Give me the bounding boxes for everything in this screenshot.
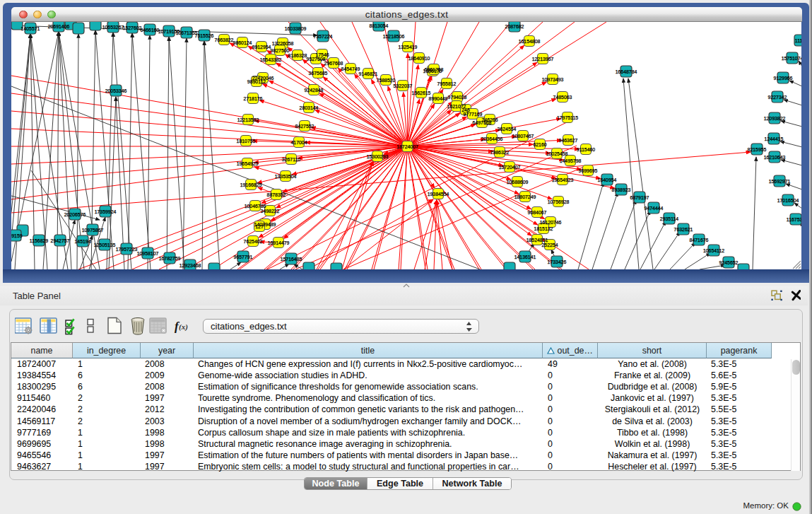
svg-text:15716485: 15716485 [281,257,302,262]
svg-text:8427552: 8427552 [295,124,314,129]
svg-text:16782759: 16782759 [159,256,181,261]
svg-text:19654923: 19654923 [552,177,574,182]
svg-text:7663822: 7663822 [215,37,234,42]
svg-text:(x): (x) [179,322,188,332]
svg-text:19166825: 19166825 [240,182,262,187]
svg-text:1562615: 1562615 [412,90,431,95]
svg-text:6961758: 6961758 [425,67,444,72]
svg-text:3267110: 3267110 [282,157,300,162]
svg-text:145194: 145194 [75,239,91,244]
svg-text:8938923: 8938923 [612,187,631,192]
svg-text:2087682: 2087682 [505,24,524,29]
svg-text:12213582: 12213582 [237,117,259,122]
svg-text:19384554: 19384554 [428,192,449,197]
svg-text:20053346: 20053346 [105,88,127,93]
svg-text:13353504: 13353504 [275,174,297,179]
svg-text:15218506: 15218506 [383,34,405,39]
svg-text:9827500: 9827500 [271,48,290,53]
svg-text:8990448: 8990448 [429,96,448,101]
svg-text:1810755: 1810755 [237,139,256,144]
svg-text:9860124: 9860124 [233,40,252,45]
svg-text:20364456: 20364456 [481,136,503,141]
svg-text:18524851: 18524851 [526,238,548,243]
svg-text:9227342: 9227342 [768,95,787,100]
svg-text:10688609: 10688609 [507,180,529,185]
svg-text:10807467: 10807467 [512,134,534,139]
svg-text:12923468: 12923468 [180,263,201,268]
svg-text:18640910: 18640910 [408,56,430,61]
svg-text:15751074: 15751074 [782,56,801,61]
svg-text:2803144: 2803144 [300,105,319,110]
svg-text:15300293: 15300293 [367,154,389,159]
svg-text:1156829: 1156829 [30,238,48,243]
svg-text:16154808: 16154808 [519,39,541,44]
svg-text:10654112: 10654112 [703,248,724,253]
svg-text:10973493: 10973493 [542,77,564,82]
svg-text:3675685: 3675685 [309,71,328,76]
svg-text:7357224: 7357224 [314,34,333,39]
svg-text:9777169: 9777169 [464,112,483,117]
svg-text:10756928: 10756928 [548,199,570,204]
svg-text:7955812: 7955812 [437,81,457,86]
svg-text:9890112: 9890112 [247,79,266,84]
svg-text:1244415: 1244415 [765,136,784,141]
svg-text:16120746: 16120746 [540,220,562,225]
svg-text:9146821: 9146821 [359,71,378,76]
svg-text:10975867: 10975867 [82,228,104,233]
svg-text:252254: 252254 [542,243,558,247]
svg-text:13226058: 13226058 [272,41,294,46]
svg-text:6879197: 6879197 [630,195,649,200]
svg-text:14495798: 14495798 [560,158,582,163]
svg-text:8912954: 8912954 [252,45,271,49]
svg-text:17546: 17546 [315,52,329,57]
svg-text:2942757: 2942757 [51,238,70,243]
svg-text:2935114: 2935114 [660,216,678,221]
svg-text:16543382: 16543382 [260,57,282,62]
svg-text:10046786: 10046786 [245,204,266,209]
svg-text:7588520: 7588520 [377,78,396,83]
svg-text:19654925: 19654925 [237,161,259,166]
svg-text:16033809: 16033809 [285,26,307,31]
svg-text:17359924: 17359924 [95,209,117,214]
svg-text:9084067: 9084067 [528,210,547,215]
svg-text:417004: 417004 [291,140,307,145]
svg-text:9527508: 9527508 [307,57,326,62]
svg-text:18807249: 18807249 [514,194,536,199]
svg-text:62160: 62160 [533,142,546,147]
svg-text:10653267: 10653267 [102,25,124,30]
svg-text:1815132: 1815132 [534,226,553,231]
svg-text:9657791: 9657791 [234,255,253,259]
svg-text:8215955: 8215955 [748,147,767,152]
svg-text:12213967: 12213967 [532,57,554,62]
svg-text:8471676: 8471676 [690,238,709,243]
svg-text:20206576: 20206576 [64,212,86,217]
svg-text:1733426: 1733426 [548,259,567,264]
svg-text:2718176: 2718176 [244,96,263,101]
svg-text:5322037: 5322037 [394,83,413,88]
svg-text:16914479: 16914479 [268,240,290,245]
svg-text:17975115: 17975115 [557,115,578,120]
svg-text:7632621: 7632621 [674,227,693,232]
svg-text:3624554: 3624554 [498,127,517,132]
svg-text:2967608: 2967608 [324,61,343,66]
svg-text:1640954: 1640954 [598,177,617,182]
svg-text:7485063: 7485063 [553,95,572,100]
svg-text:7986322: 7986322 [490,150,510,155]
svg-text:9242848: 9242848 [305,88,324,93]
svg-text:15692971: 15692971 [769,179,791,184]
svg-text:12505135: 12505135 [94,243,116,247]
svg-text:1527602: 1527602 [123,25,142,30]
svg-text:127: 127 [255,224,264,229]
svg-text:17957223: 17957223 [116,247,138,252]
svg-text:1405571: 1405571 [21,26,40,31]
svg-text:9699695: 9699695 [579,168,598,173]
svg-text:15720407: 15720407 [499,165,521,170]
svg-text:8813054: 8813054 [370,23,389,28]
svg-text:1167533: 1167533 [787,217,801,222]
svg-text:8454749: 8454749 [341,66,360,71]
svg-text:9474444: 9474444 [645,206,664,211]
svg-text:9245652: 9245652 [719,260,739,265]
svg-text:9794028: 9794028 [448,95,467,100]
svg-text:17016504: 17016504 [777,198,799,203]
svg-text:16210643: 16210643 [764,155,786,160]
